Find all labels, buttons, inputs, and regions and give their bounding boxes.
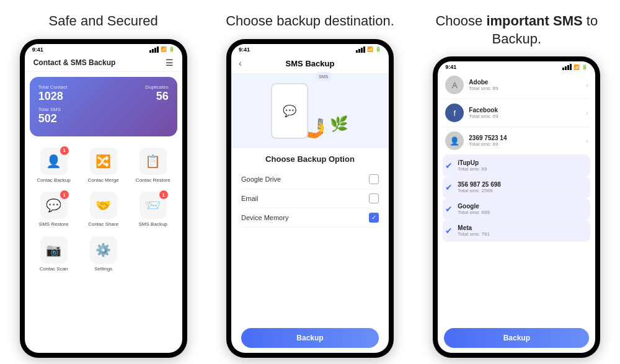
contact-row-google[interactable]: ✔ Google Total sms: 689 [443, 198, 590, 220]
phone3-status-icons: 📶 🔋 [562, 64, 588, 70]
contac-merge-icon: 🔀 [90, 148, 117, 175]
contact-row-2369[interactable]: 👤 2369 7523 14 Total sms: 69 › [443, 127, 590, 155]
phone3-time: 9:41 [445, 64, 456, 70]
contact-row-adobe[interactable]: A Adobe Total sms: 69 › [443, 71, 590, 99]
sms-restore-label: SMS Restore [39, 221, 69, 228]
wifi-icon: 📶 [161, 47, 167, 52]
phone1-time: 9:41 [32, 47, 43, 53]
total-sms-label: Total SMS [38, 107, 61, 112]
illus-phone: 💬 SMS [271, 83, 308, 139]
contac-restore-icon: 📋 [140, 148, 167, 175]
contac-restore-label: Contac Restore [136, 177, 170, 184]
contact-row-itupup[interactable]: ✔ iTupUp Total sms: 69 [443, 155, 590, 177]
phone2-mockup: 9:41 📶 🔋 ‹ SMS Backup [226, 39, 394, 358]
stats-card: Total Contact 1028 Duplicates 56 Total S… [30, 77, 177, 136]
contact-row-facebook[interactable]: f Facebook Total sms: 69 › [443, 99, 590, 127]
phone2-status-icons: 📶 🔋 [356, 47, 381, 53]
avatar-facebook: f [445, 104, 464, 122]
total-contact-stat: Total Contact 1028 [38, 84, 68, 103]
contact-info-facebook: Facebook Total sms: 69 [469, 107, 581, 119]
google-drive-label: Google Drive [241, 175, 281, 183]
grid-item-contac-backup[interactable]: 👤1 Contac Backup [30, 144, 78, 187]
total-contact-value: 1028 [38, 90, 68, 103]
grid-item-contac-share[interactable]: 🤝 Contac Share [79, 188, 128, 231]
grid-item-sms-restore[interactable]: 💬1 SMS Restore [30, 188, 78, 231]
grid-item-settings[interactable]: ⚙️ Settings [79, 233, 128, 276]
checkmark-google: ✔ [445, 204, 453, 214]
phone1-header: Contact & SMS Backup ☰ [25, 54, 182, 72]
signal-icon2 [356, 47, 365, 53]
backup-options-title: Choose Backup Option [241, 154, 379, 164]
panel-important-sms: Choose important SMS to Backup. 9:41 📶 🔋 [414, 0, 620, 364]
contact-row-meta[interactable]: ✔ Meta Total sms: 781 [443, 220, 590, 242]
backup-button-2[interactable]: Backup [241, 328, 379, 348]
panel-backup-destination: Choose backup destination. 9:41 📶 🔋 [206, 0, 413, 364]
option-email[interactable]: Email [241, 189, 379, 208]
contac-scan-icon: 📷 [40, 236, 68, 264]
back-arrow-icon[interactable]: ‹ [239, 58, 242, 68]
contac-backup-label: Contac Backup [37, 177, 71, 184]
phone2-inner: 9:41 📶 🔋 ‹ SMS Backup [231, 44, 389, 353]
checkmark-itupup: ✔ [445, 161, 453, 171]
contact-info-2369: 2369 7523 14 Total sms: 69 [469, 135, 581, 147]
grid-item-contac-merge[interactable]: 🔀 Contac Merge [79, 144, 128, 187]
wifi-icon3: 📶 [574, 64, 580, 70]
checkmark-meta: ✔ [445, 226, 453, 236]
phone2-status: 9:41 📶 🔋 [231, 44, 389, 54]
google-drive-checkbox[interactable] [369, 174, 379, 184]
duplicates-label: Duplicates [145, 84, 168, 90]
option-device-memory[interactable]: Device Memory [241, 208, 379, 228]
contact-info-meta: Meta Total sms: 781 [458, 224, 588, 237]
icon-grid: 👤1 Contac Backup 🔀 Contac Merge 📋 Contac… [25, 141, 182, 278]
sms-backup-label: SMS Backup [139, 221, 167, 228]
contact-info-356: 356 987 25 698 Total sms: 2589 [458, 181, 588, 193]
contac-merge-label: Contac Merge [88, 177, 119, 184]
settings-label: Settings [94, 266, 112, 272]
battery-icon2: 🔋 [375, 47, 381, 52]
phone1-inner: 9:41 📶 🔋 Contact & SMS Backup ☰ [25, 44, 182, 353]
avatar-2369: 👤 [445, 131, 464, 150]
sms-illustration: 💬 SMS 🤳 🌿 [231, 74, 389, 148]
device-memory-checkbox[interactable] [369, 213, 379, 223]
hamburger-icon[interactable]: ☰ [166, 58, 174, 68]
phone1-mockup: 9:41 📶 🔋 Contact & SMS Backup ☰ [20, 39, 187, 358]
duplicates-stat: Duplicates 56 [145, 84, 168, 103]
battery-icon: 🔋 [169, 47, 175, 52]
phone1-status: 9:41 📶 🔋 [25, 44, 182, 54]
chevron-icon-2369: › [586, 138, 588, 144]
contact-info-itupup: iTupUp Total sms: 69 [458, 159, 588, 172]
email-checkbox[interactable] [369, 193, 379, 203]
contact-list: A Adobe Total sms: 69 › f Facebook Total… [438, 71, 595, 324]
stats-row-bottom: Total SMS 502 [38, 107, 169, 125]
contac-share-icon: 🤝 [90, 192, 117, 219]
chevron-icon-fb: › [586, 110, 588, 117]
contact-info-google: Google Total sms: 689 [458, 203, 588, 215]
total-contact-label: Total Contact [38, 84, 68, 90]
settings-icon: ⚙️ [90, 236, 117, 264]
contact-row-356[interactable]: ✔ 356 987 25 698 Total sms: 2589 [443, 177, 590, 198]
option-google-drive[interactable]: Google Drive [241, 170, 379, 189]
panel-safe-secured: Safe and Secured 9:41 📶 🔋 [0, 0, 206, 364]
status-icons: 📶 🔋 [149, 47, 175, 53]
avatar-adobe: A [445, 76, 464, 94]
phone2-time: 9:41 [239, 47, 250, 53]
phone3-inner: 9:41 📶 🔋 A Ado [438, 61, 595, 353]
grid-item-sms-backup[interactable]: 📨1 SMS Backup [129, 188, 177, 231]
contact-info-adobe: Adobe Total sms: 69 [469, 79, 581, 91]
wifi-icon2: 📶 [367, 47, 373, 52]
phone3-status: 9:41 📶 🔋 [438, 61, 595, 71]
stats-row-top: Total Contact 1028 Duplicates 56 [38, 84, 169, 103]
checkmark-356: ✔ [445, 182, 453, 192]
grid-item-contac-scan[interactable]: 📷 Contac Scan [30, 233, 78, 276]
sms-backup-icon: 📨1 [140, 192, 167, 219]
illus-leaves: 🌿 [330, 115, 348, 133]
chevron-icon: › [586, 82, 588, 89]
duplicates-value: 56 [145, 90, 168, 103]
grid-item-contac-restore[interactable]: 📋 Contac Restore [129, 144, 177, 187]
sms-restore-icon: 💬1 [40, 192, 68, 219]
contac-backup-icon: 👤1 [40, 148, 68, 175]
backup-button-3[interactable]: Backup [444, 328, 589, 348]
contac-scan-label: Contac Scan [40, 266, 68, 272]
panel2-title-text: Choose backup destination. [226, 13, 394, 29]
panel2-title: Choose backup destination. [226, 12, 394, 30]
